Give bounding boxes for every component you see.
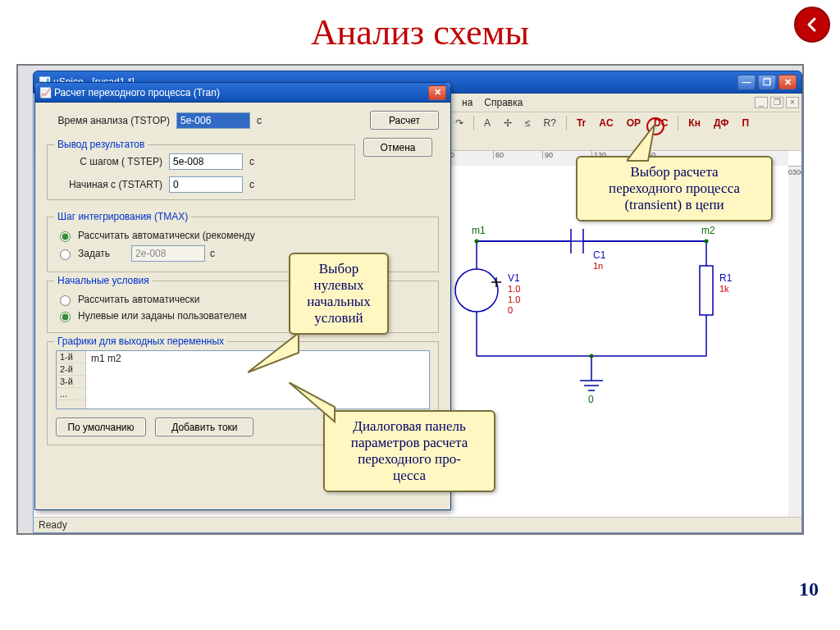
comp-c1-val: 1n	[593, 261, 603, 271]
comp-r1-name: R1	[719, 272, 732, 284]
tb-df[interactable]: ДФ	[710, 117, 733, 129]
svg-point-18	[705, 240, 709, 244]
calc-button[interactable]: Расчет	[370, 111, 439, 130]
callout-dialog-desc: Диалоговая панель параметров расчета пер…	[323, 410, 495, 492]
tb-tran[interactable]: Tr	[573, 117, 589, 129]
tstop-label: Время анализа (TSTOP)	[47, 115, 170, 126]
dialog-title: Расчет переходного процесса (Tran)	[54, 87, 428, 98]
ic-legend: Начальные условия	[54, 275, 153, 286]
comp-v1-p2: 1.0	[508, 294, 520, 304]
tmax-set-input	[131, 245, 205, 262]
callout-pointer-icon	[248, 333, 300, 379]
tstart-label: Начиная с (TSTART)	[56, 179, 162, 190]
callout-tran-select: Выбор расчета переходного процесса (tran…	[576, 156, 773, 221]
callout-pointer-icon	[289, 382, 338, 423]
status-text: Ready	[39, 519, 67, 531]
svg-marker-25	[289, 382, 335, 422]
row-index-3: 3-й	[57, 376, 85, 388]
plot-legend: Графики для выходных переменных	[54, 336, 227, 347]
status-bar: Ready	[33, 517, 802, 533]
ic-auto-radio[interactable]	[60, 295, 71, 306]
tstep-unit: c	[249, 156, 261, 167]
tb-s[interactable]: ≤	[522, 117, 534, 129]
tstep-label: С шагом ( TSTEP)	[56, 156, 162, 167]
dialog-icon: 📈	[39, 87, 51, 98]
comp-r1-val: 1k	[719, 284, 729, 294]
tmax-auto-radio[interactable]	[60, 231, 71, 242]
row-index-2: 2-й	[57, 363, 85, 376]
dialog-close-button[interactable]: ✕	[428, 85, 446, 100]
comp-c1-name: C1	[593, 249, 605, 261]
screenshot-frame: 📊 uSpice - [rucad1 *] — ❐ ✕ на Справка _…	[16, 64, 804, 535]
ruler-vertical: 0306090120150180210	[788, 166, 801, 517]
tmax-auto-label: Рассчитать автоматически (рекоменду	[78, 230, 255, 241]
svg-marker-23	[248, 333, 299, 372]
ic-auto-label: Рассчитать автоматически	[78, 294, 200, 305]
svg-point-17	[475, 240, 479, 244]
tstart-unit: c	[249, 179, 261, 190]
output-group-legend: Вывод результатов	[54, 139, 148, 150]
svg-rect-16	[700, 266, 713, 315]
circuit-schematic: m1 m2 0 V1 1.0 1.0 0 C1 1n R1 1k	[444, 208, 739, 424]
add-currents-button[interactable]: Добавить токи	[155, 418, 253, 436]
chevron-left-icon	[804, 16, 820, 33]
comp-v1-p1: 1.0	[508, 284, 520, 294]
ic-zero-label: Нулевые или заданы пользователем	[78, 310, 247, 322]
cancel-button[interactable]: Отмена	[363, 138, 432, 157]
tb-a[interactable]: A	[481, 117, 494, 129]
menu-item-help[interactable]: Справка	[484, 97, 523, 108]
dialog-titlebar: 📈 Расчет переходного процесса (Tran) ✕	[35, 83, 450, 103]
svg-point-11	[455, 269, 498, 312]
tmax-legend: Шаг интегрирования (TMAX)	[54, 211, 191, 222]
close-button[interactable]: ✕	[778, 75, 797, 89]
tb-kn[interactable]: Кн	[685, 117, 704, 129]
row-index-more: ...	[57, 388, 85, 400]
callout-pointer-icon	[627, 125, 676, 162]
tmax-set-unit: c	[210, 248, 221, 259]
maximize-button[interactable]: ❐	[758, 75, 776, 89]
node-gnd: 0	[588, 394, 594, 405]
page-number: 10	[799, 578, 819, 600]
menu-item-calc[interactable]: на	[462, 97, 472, 108]
svg-point-19	[590, 354, 594, 358]
defaults-button[interactable]: По умолчанию	[56, 418, 146, 436]
minimize-button[interactable]: —	[737, 75, 756, 89]
mdi-restore-button[interactable]: ❐	[770, 97, 783, 108]
node-m1: m1	[472, 225, 486, 236]
tstop-input[interactable]	[176, 112, 250, 129]
ic-zero-radio[interactable]	[60, 312, 71, 322]
tb-move[interactable]: ✢	[500, 117, 515, 129]
callout-zero-ic: Выбор нулевых начальных условий	[289, 253, 389, 335]
output-vars-list[interactable]: 1-й 2-й 3-й ... m1 m2	[56, 350, 430, 409]
mdi-sys-controls: _ ❐ ×	[755, 97, 799, 108]
tb-ac[interactable]: AC	[596, 117, 616, 129]
tstart-input[interactable]	[169, 176, 243, 193]
comp-v1-p3: 0	[508, 305, 513, 315]
comp-v1-name: V1	[508, 272, 520, 284]
node-m2: m2	[701, 225, 715, 236]
tmax-set-radio[interactable]	[60, 249, 71, 260]
tb-p[interactable]: П	[739, 117, 753, 129]
mdi-min-button[interactable]: _	[755, 97, 768, 108]
tmax-set-label: Задать	[78, 248, 110, 259]
slide-title: Анализ схемы	[0, 11, 840, 53]
back-badge[interactable]	[794, 7, 830, 43]
mdi-close-button[interactable]: ×	[786, 97, 799, 108]
tstop-unit: c	[257, 115, 268, 126]
tb-rq[interactable]: R?	[541, 117, 559, 129]
svg-marker-24	[627, 125, 655, 161]
row-index-1: 1-й	[57, 351, 85, 363]
tb-redo[interactable]: ↷	[452, 117, 467, 129]
tstep-input[interactable]	[169, 153, 243, 170]
